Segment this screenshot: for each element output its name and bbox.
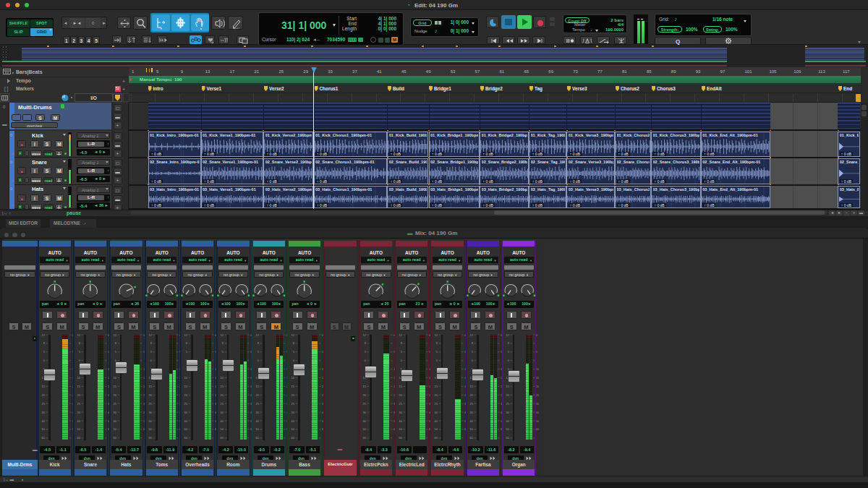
svg-text:25: 25 xyxy=(292,402,295,406)
svg-text:0: 0 xyxy=(536,334,537,337)
svg-text:25: 25 xyxy=(506,402,509,406)
svg-text:60: 60 xyxy=(42,436,46,440)
svg-text:0: 0 xyxy=(436,359,438,362)
svg-text:10: 10 xyxy=(184,376,188,380)
svg-text:15: 15 xyxy=(363,385,367,388)
svg-text:50: 50 xyxy=(363,427,367,431)
svg-text:0: 0 xyxy=(43,359,46,362)
svg-text:12: 12 xyxy=(363,333,367,337)
svg-text:50: 50 xyxy=(220,427,224,431)
svg-text:50: 50 xyxy=(77,427,81,431)
svg-text:8: 8 xyxy=(400,341,402,345)
svg-text:15: 15 xyxy=(506,385,509,388)
svg-text:20: 20 xyxy=(149,393,153,397)
svg-text:8: 8 xyxy=(472,341,474,345)
svg-text:15: 15 xyxy=(113,385,116,388)
svg-text:30: 30 xyxy=(256,411,260,414)
svg-text:30: 30 xyxy=(149,411,153,414)
svg-text:50: 50 xyxy=(506,427,509,431)
svg-text:12: 12 xyxy=(399,333,402,337)
svg-text:5: 5 xyxy=(43,350,46,354)
svg-text:5: 5 xyxy=(472,350,474,354)
svg-text:0: 0 xyxy=(79,359,81,362)
svg-text:8: 8 xyxy=(365,341,367,345)
svg-text:12: 12 xyxy=(434,333,438,337)
svg-text:50: 50 xyxy=(256,427,260,431)
svg-text:50: 50 xyxy=(470,427,474,431)
svg-text:25: 25 xyxy=(434,402,438,406)
svg-text:30: 30 xyxy=(77,411,81,414)
svg-text:30: 30 xyxy=(113,411,116,414)
svg-text:0: 0 xyxy=(507,359,509,362)
svg-text:60: 60 xyxy=(470,436,474,440)
svg-text:50: 50 xyxy=(292,427,295,431)
svg-text:40: 40 xyxy=(434,419,438,423)
svg-text:25: 25 xyxy=(470,402,474,406)
svg-text:12: 12 xyxy=(77,333,81,337)
svg-text:25: 25 xyxy=(77,402,81,406)
svg-text:15: 15 xyxy=(77,385,81,388)
svg-text:5: 5 xyxy=(222,350,224,354)
svg-text:0: 0 xyxy=(258,359,260,362)
svg-text:40: 40 xyxy=(220,419,224,423)
svg-text:15: 15 xyxy=(470,385,474,388)
svg-text:40: 40 xyxy=(184,419,188,423)
svg-text:20: 20 xyxy=(113,393,116,397)
svg-text:60: 60 xyxy=(434,436,438,440)
svg-text:30: 30 xyxy=(506,411,509,414)
svg-text:50: 50 xyxy=(113,427,116,431)
svg-text:20: 20 xyxy=(184,393,188,397)
svg-text:12: 12 xyxy=(113,333,116,337)
svg-text:60: 60 xyxy=(363,436,367,440)
svg-text:40: 40 xyxy=(113,419,116,423)
svg-text:12: 12 xyxy=(42,333,46,337)
svg-text:30: 30 xyxy=(220,411,224,414)
svg-text:60: 60 xyxy=(220,436,224,440)
svg-text:0: 0 xyxy=(400,359,402,362)
svg-text:15: 15 xyxy=(292,385,295,388)
svg-text:0: 0 xyxy=(293,359,295,362)
svg-text:8: 8 xyxy=(150,341,153,345)
svg-text:8: 8 xyxy=(114,341,116,345)
svg-text:12: 12 xyxy=(506,333,509,337)
svg-text:30: 30 xyxy=(434,411,438,414)
svg-text:20: 20 xyxy=(292,393,295,397)
svg-text:5: 5 xyxy=(114,350,116,354)
svg-text:8: 8 xyxy=(222,341,224,345)
svg-text:60: 60 xyxy=(184,436,188,440)
svg-text:50: 50 xyxy=(434,427,438,431)
svg-text:25: 25 xyxy=(184,402,188,406)
svg-text:10: 10 xyxy=(220,376,224,380)
svg-text:20: 20 xyxy=(42,393,46,397)
svg-text:50: 50 xyxy=(149,427,153,431)
svg-text:12: 12 xyxy=(149,333,153,337)
svg-text:50: 50 xyxy=(184,427,188,431)
svg-text:40: 40 xyxy=(506,419,509,423)
svg-text:10: 10 xyxy=(292,376,295,380)
svg-text:5: 5 xyxy=(258,350,260,354)
svg-text:60: 60 xyxy=(77,436,81,440)
svg-text:40: 40 xyxy=(292,419,295,423)
svg-text:60: 60 xyxy=(256,436,260,440)
svg-text:20: 20 xyxy=(434,393,438,397)
svg-text:0: 0 xyxy=(472,359,474,362)
svg-text:40: 40 xyxy=(399,419,402,423)
svg-text:40: 40 xyxy=(363,419,367,423)
svg-text:20: 20 xyxy=(220,393,224,397)
svg-text:25: 25 xyxy=(149,402,153,406)
svg-text:30: 30 xyxy=(363,411,367,414)
svg-text:50: 50 xyxy=(536,420,539,423)
svg-text:20: 20 xyxy=(470,393,474,397)
svg-text:30: 30 xyxy=(536,403,539,406)
svg-text:25: 25 xyxy=(220,402,224,406)
svg-text:40: 40 xyxy=(149,419,153,423)
svg-text:60: 60 xyxy=(149,436,153,440)
svg-text:8: 8 xyxy=(258,341,260,345)
svg-text:5: 5 xyxy=(365,350,367,354)
svg-text:8: 8 xyxy=(186,341,188,345)
svg-text:0: 0 xyxy=(365,359,367,362)
svg-text:25: 25 xyxy=(536,394,539,397)
svg-text:25: 25 xyxy=(363,402,367,406)
svg-text:5: 5 xyxy=(293,350,295,354)
svg-text:8: 8 xyxy=(507,341,509,345)
